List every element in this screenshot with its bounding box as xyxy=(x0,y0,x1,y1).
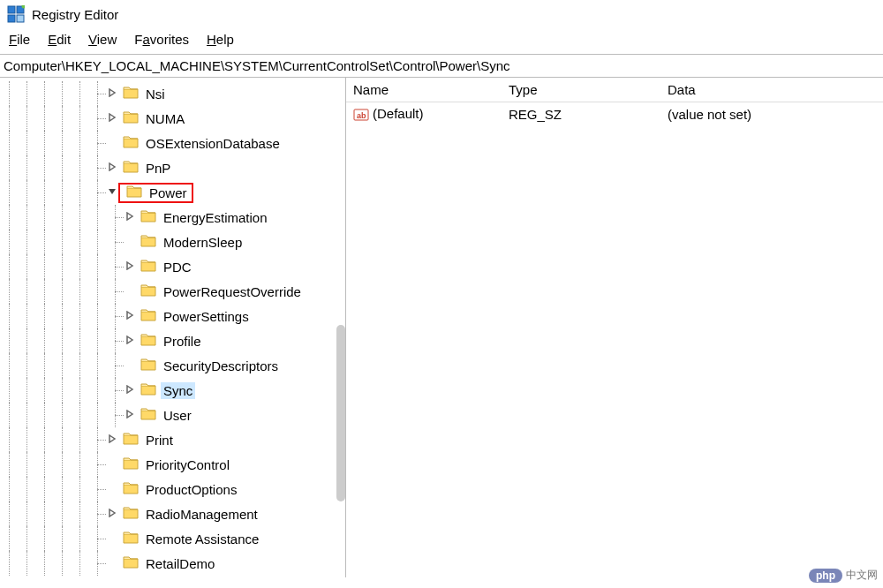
tree-item-label: User xyxy=(161,407,194,424)
expander-icon[interactable] xyxy=(124,310,136,322)
tree-item[interactable]: ProductOptions xyxy=(0,477,345,501)
expander-icon[interactable] xyxy=(124,409,136,421)
tree-item-label: RetailDemo xyxy=(143,555,217,572)
folder-icon xyxy=(118,87,143,102)
tree-pane[interactable]: NsiNUMAOSExtensionDatabasePnPPowerEnergy… xyxy=(0,78,346,577)
tree-item-label: ProductOptions xyxy=(143,481,239,498)
folder-icon xyxy=(136,408,161,423)
highlight-box: Power xyxy=(118,183,193,203)
expander-icon[interactable] xyxy=(124,384,136,396)
expander-icon[interactable] xyxy=(124,260,136,273)
tree-item-label: Sync xyxy=(161,382,195,399)
folder-icon xyxy=(118,457,143,472)
folder-icon xyxy=(118,507,143,522)
tree-item-label: PriorityControl xyxy=(143,456,232,473)
tree-scrollbar[interactable] xyxy=(336,325,345,501)
expander-icon[interactable] xyxy=(106,112,118,124)
tree-item[interactable]: Remote Assistance xyxy=(0,526,345,551)
tree-item[interactable]: Power xyxy=(0,180,345,205)
folder-icon xyxy=(136,210,161,225)
svg-rect-2 xyxy=(8,15,15,22)
folder-icon xyxy=(122,185,147,200)
folder-icon xyxy=(118,556,143,571)
tree-item[interactable]: PDC xyxy=(0,254,345,279)
tree-item[interactable]: Nsi xyxy=(0,81,345,106)
menu-file[interactable]: File xyxy=(9,32,30,47)
values-pane[interactable]: Name Type Data ab(Default)REG_SZ(value n… xyxy=(346,78,883,577)
expander-icon[interactable] xyxy=(106,508,118,520)
tree-item[interactable]: RetailDemo xyxy=(0,551,345,576)
column-data[interactable]: Data xyxy=(660,78,883,102)
menu-favorites[interactable]: Favorites xyxy=(134,32,189,47)
tree-item[interactable]: RadioManagement xyxy=(0,501,345,526)
tree-item-label: RadioManagement xyxy=(143,506,260,523)
tree-item-label: Print xyxy=(143,432,176,449)
tree-item[interactable]: OSExtensionDatabase xyxy=(0,131,345,155)
folder-icon xyxy=(118,136,143,151)
window-title: Registry Editor xyxy=(32,7,118,22)
tree-item-label: Remote Assistance xyxy=(143,531,261,547)
expander-icon[interactable] xyxy=(106,433,118,446)
string-value-icon: ab xyxy=(353,107,369,123)
tree-item[interactable]: PriorityControl xyxy=(0,452,345,477)
value-row[interactable]: ab(Default)REG_SZ(value not set) xyxy=(346,102,883,126)
folder-icon xyxy=(136,235,161,250)
tree-item-label: SecurityDescriptors xyxy=(161,358,281,374)
folder-icon xyxy=(136,334,161,349)
tree-item-label: Profile xyxy=(161,333,204,350)
expander-icon[interactable] xyxy=(124,335,136,347)
tree-item-label: Power xyxy=(147,185,190,201)
app-icon xyxy=(7,5,25,23)
folder-icon xyxy=(118,161,143,176)
address-path: Computer\HKEY_LOCAL_MACHINE\SYSTEM\Curre… xyxy=(4,58,510,73)
watermark: php 中文网 xyxy=(809,568,878,583)
tree-item[interactable]: Print xyxy=(0,427,345,452)
menubar: File Edit View Favorites Help xyxy=(0,28,883,54)
menu-help[interactable]: Help xyxy=(207,32,234,47)
php-badge: php xyxy=(809,569,842,583)
watermark-text: 中文网 xyxy=(846,568,878,583)
tree-item-label: ModernSleep xyxy=(161,234,245,251)
expander-icon[interactable] xyxy=(106,162,118,174)
menu-edit[interactable]: Edit xyxy=(48,32,71,47)
folder-icon xyxy=(136,383,161,398)
registry-tree: NsiNUMAOSExtensionDatabasePnPPowerEnergy… xyxy=(0,78,345,576)
tree-item-label: EnergyEstimation xyxy=(161,209,270,226)
tree-item[interactable]: Profile xyxy=(0,328,345,353)
folder-icon xyxy=(136,260,161,275)
tree-item[interactable]: EnergyEstimation xyxy=(0,205,345,230)
expander-icon[interactable] xyxy=(106,186,118,199)
values-list: ab(Default)REG_SZ(value not set) xyxy=(346,102,883,126)
value-data: (value not set) xyxy=(660,103,883,125)
folder-icon xyxy=(118,531,143,547)
main-content: NsiNUMAOSExtensionDatabasePnPPowerEnergy… xyxy=(0,78,883,577)
tree-item-label: Nsi xyxy=(143,86,168,102)
folder-icon xyxy=(136,309,161,324)
tree-item[interactable]: PowerRequestOverride xyxy=(0,279,345,304)
value-name: (Default) xyxy=(373,106,424,121)
menu-view[interactable]: View xyxy=(88,32,117,47)
tree-item[interactable]: Sync xyxy=(0,378,345,403)
tree-item[interactable]: User xyxy=(0,403,345,427)
column-name[interactable]: Name xyxy=(346,78,502,102)
expander-icon[interactable] xyxy=(124,211,136,223)
tree-item[interactable]: PowerSettings xyxy=(0,304,345,328)
values-header: Name Type Data xyxy=(346,78,883,102)
folder-icon xyxy=(118,433,143,448)
tree-item[interactable]: NUMA xyxy=(0,106,345,131)
expander-icon[interactable] xyxy=(106,87,118,100)
tree-item-label: PowerRequestOverride xyxy=(161,283,304,300)
tree-item-label: PDC xyxy=(161,259,194,275)
tree-item[interactable]: PnP xyxy=(0,155,345,180)
tree-item-label: OSExtensionDatabase xyxy=(143,135,283,152)
folder-icon xyxy=(118,111,143,126)
tree-item[interactable]: ModernSleep xyxy=(0,230,345,254)
tree-item[interactable]: SecurityDescriptors xyxy=(0,353,345,378)
address-bar[interactable]: Computer\HKEY_LOCAL_MACHINE\SYSTEM\Curre… xyxy=(0,54,883,78)
column-type[interactable]: Type xyxy=(502,78,660,102)
folder-icon xyxy=(136,358,161,373)
value-type: REG_SZ xyxy=(502,103,660,125)
svg-rect-0 xyxy=(8,6,15,13)
folder-icon xyxy=(136,284,161,299)
svg-text:ab: ab xyxy=(357,111,366,120)
